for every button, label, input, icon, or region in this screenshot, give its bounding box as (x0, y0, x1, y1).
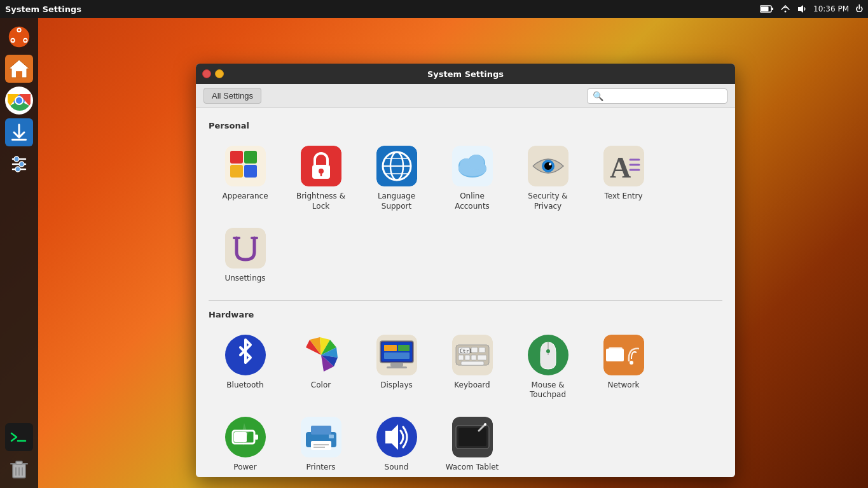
dock-item-terminal[interactable] (5, 423, 33, 451)
window-controls (202, 69, 224, 78)
color-icon (301, 335, 341, 375)
brightness-icon (301, 146, 341, 186)
setting-color[interactable]: Color (284, 327, 357, 407)
svg-point-11 (24, 39, 27, 42)
all-settings-button[interactable]: All Settings (203, 88, 261, 104)
displays-icon (376, 335, 417, 375)
setting-online[interactable]: OnlineAccounts (436, 138, 509, 218)
appearance-icon (225, 146, 266, 186)
dock-item-trash[interactable] (5, 455, 33, 483)
setting-network[interactable]: Network (587, 327, 660, 407)
setting-text[interactable]: A Text Entry (587, 138, 660, 218)
power-label: Power (233, 463, 256, 473)
security-label: Security &Privacy (528, 192, 567, 211)
svg-rect-80 (471, 347, 478, 352)
search-input[interactable] (607, 91, 722, 101)
svg-rect-92 (606, 349, 624, 361)
panel-title: System Settings (5, 4, 81, 14)
svg-rect-34 (230, 151, 243, 164)
svg-rect-25 (8, 426, 31, 449)
keyboard-label: Keyboard (454, 380, 490, 391)
svg-point-10 (11, 39, 14, 42)
setting-mouse[interactable]: Mouse &Touchpad (511, 327, 584, 407)
svg-rect-1 (771, 8, 773, 10)
window-titlebar: System Settings (196, 64, 735, 84)
setting-wacom[interactable]: Wacom Tablet (436, 409, 509, 477)
setting-printers[interactable]: Printers (284, 409, 357, 477)
svg-rect-71 (384, 345, 397, 351)
svg-rect-18 (11, 139, 27, 141)
language-icon (376, 146, 417, 186)
dock-item-settings[interactable] (5, 150, 33, 178)
mouse-label: Mouse &Touchpad (530, 380, 566, 400)
system-settings-window: System Settings All Settings 🔍 Personal (196, 64, 735, 477)
svg-marker-4 (798, 5, 803, 13)
svg-point-23 (19, 162, 24, 167)
wacom-label: Wacom Tablet (446, 463, 499, 473)
svg-point-93 (630, 361, 633, 365)
setting-appearance[interactable]: Appearance (209, 138, 282, 218)
unsettings-icon (225, 228, 266, 268)
svg-rect-102 (329, 435, 334, 438)
svg-point-54 (469, 155, 484, 170)
online-label: OnlineAccounts (455, 192, 490, 211)
svg-point-89 (546, 349, 550, 353)
svg-point-9 (18, 29, 20, 31)
svg-rect-109 (458, 428, 486, 446)
personal-grid: Appearance Brightness &Lock (209, 138, 722, 290)
keyboard-icon: Ctrl (452, 335, 493, 375)
dock-item-home[interactable] (5, 55, 33, 83)
setting-language[interactable]: LanguageSupport (360, 138, 433, 218)
search-box: 🔍 (587, 88, 727, 104)
top-panel: System Settings 10:36 PM ⏻ (0, 0, 868, 18)
setting-unsettings[interactable]: Unsettings (209, 220, 282, 290)
bluetooth-label: Bluetooth (226, 380, 263, 391)
setting-displays[interactable]: Displays (360, 327, 433, 407)
svg-point-22 (14, 157, 19, 162)
svg-rect-86 (461, 361, 484, 365)
dock-item-download[interactable] (5, 118, 33, 146)
svg-point-58 (549, 163, 551, 165)
unsettings-label: Unsettings (224, 274, 265, 284)
dock-item-chrome[interactable] (5, 87, 33, 115)
language-label: LanguageSupport (378, 192, 415, 211)
svg-text:Ctrl: Ctrl (460, 349, 472, 354)
setting-brightness[interactable]: Brightness &Lock (284, 138, 357, 218)
network-icon (780, 4, 790, 14)
svg-rect-35 (244, 151, 257, 164)
svg-point-3 (785, 11, 787, 13)
setting-sound[interactable]: Sound (360, 409, 433, 477)
sound-label: Sound (385, 463, 409, 473)
hardware-grid: Bluetooth Color (209, 327, 722, 477)
color-label: Color (311, 380, 331, 391)
window-title: System Settings (427, 69, 504, 79)
close-button[interactable] (202, 69, 211, 78)
svg-rect-85 (478, 355, 486, 360)
mouse-icon (528, 335, 568, 375)
dock-item-ubuntu[interactable] (5, 23, 33, 51)
minimize-button[interactable] (215, 69, 224, 78)
battery-icon (760, 4, 774, 13)
volume-icon (797, 4, 807, 14)
svg-rect-96 (254, 435, 258, 440)
time-display: 10:36 PM (813, 4, 849, 13)
divider-1 (209, 300, 722, 301)
network-label: Network (607, 380, 639, 391)
setting-keyboard[interactable]: Ctrl Keyboard (436, 327, 509, 407)
svg-rect-73 (384, 352, 410, 359)
svg-text:A: A (610, 151, 631, 184)
wacom-icon (452, 417, 493, 457)
svg-rect-72 (398, 345, 410, 351)
power-button[interactable]: ⏻ (855, 4, 863, 13)
section-hardware: Hardware (209, 310, 722, 319)
dock (0, 18, 38, 488)
window-toolbar: All Settings 🔍 (196, 84, 735, 108)
setting-security[interactable]: Security &Privacy (511, 138, 584, 218)
text-label: Text Entry (604, 192, 642, 202)
svg-point-17 (16, 97, 22, 104)
brightness-label: Brightness &Lock (296, 192, 345, 211)
search-icon: 🔍 (593, 91, 603, 101)
setting-bluetooth[interactable]: Bluetooth (209, 327, 282, 407)
setting-power[interactable]: Power (209, 409, 282, 477)
svg-rect-64 (225, 228, 266, 268)
